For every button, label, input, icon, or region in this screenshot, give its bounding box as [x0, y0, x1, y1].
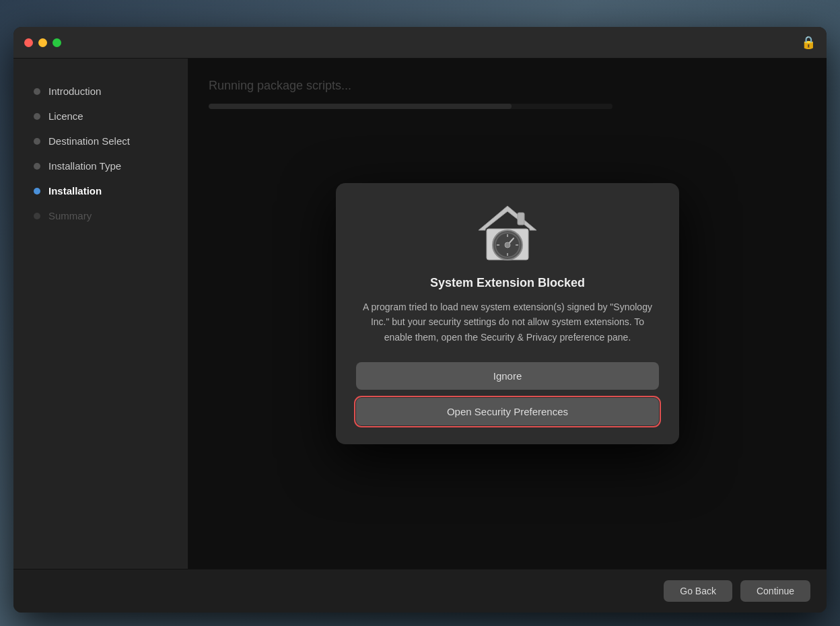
ignore-button[interactable]: Ignore — [356, 362, 659, 390]
installer-window: 🔒 Introduction Licence Destination Selec… — [13, 27, 827, 613]
dialog-buttons: Ignore Open Security Preferences — [356, 362, 659, 425]
close-button[interactable] — [24, 38, 33, 47]
lock-icon: 🔒 — [801, 35, 816, 50]
sidebar-bullet-summary — [34, 213, 40, 219]
sidebar-item-installation[interactable]: Installation — [13, 178, 188, 203]
sidebar-bullet-installation — [34, 188, 40, 195]
right-panel: Running package scripts... — [188, 59, 827, 569]
sidebar-bullet-destination-select — [34, 138, 40, 145]
maximize-button[interactable] — [53, 38, 61, 47]
traffic-lights — [24, 38, 61, 47]
sidebar-bullet-licence — [34, 113, 40, 120]
modal-overlay: System Extension Blocked A program tried… — [188, 59, 827, 569]
main-content: Introduction Licence Destination Select … — [13, 59, 827, 569]
dialog: System Extension Blocked A program tried… — [336, 183, 679, 444]
svg-marker-0 — [479, 206, 536, 230]
sidebar-item-installation-type[interactable]: Installation Type — [13, 153, 188, 178]
continue-button[interactable]: Continue — [740, 580, 810, 602]
sidebar-item-destination-select[interactable]: Destination Select — [13, 129, 188, 153]
sidebar-label-introduction: Introduction — [48, 85, 101, 97]
sidebar-item-licence[interactable]: Licence — [13, 104, 188, 129]
dialog-body: A program tried to load new system exten… — [356, 300, 659, 345]
sidebar-item-summary[interactable]: Summary — [13, 203, 188, 228]
sidebar-label-installation: Installation — [48, 185, 102, 197]
bottom-bar: Go Back Continue — [13, 569, 827, 613]
sidebar: Introduction Licence Destination Select … — [13, 59, 188, 569]
svg-point-9 — [505, 242, 510, 248]
sidebar-bullet-introduction — [34, 88, 40, 95]
security-icon — [477, 203, 538, 264]
minimize-button[interactable] — [38, 38, 47, 47]
sidebar-label-summary: Summary — [48, 210, 92, 221]
svg-rect-10 — [518, 213, 524, 225]
open-security-preferences-button[interactable]: Open Security Preferences — [356, 398, 659, 425]
sidebar-item-introduction[interactable]: Introduction — [13, 79, 188, 104]
sidebar-label-destination-select: Destination Select — [48, 135, 130, 147]
sidebar-label-installation-type: Installation Type — [48, 160, 121, 172]
sidebar-label-licence: Licence — [48, 110, 83, 122]
title-bar: 🔒 — [13, 27, 827, 59]
go-back-button[interactable]: Go Back — [664, 580, 732, 602]
dialog-title: System Extension Blocked — [430, 276, 585, 290]
sidebar-bullet-installation-type — [34, 163, 40, 170]
